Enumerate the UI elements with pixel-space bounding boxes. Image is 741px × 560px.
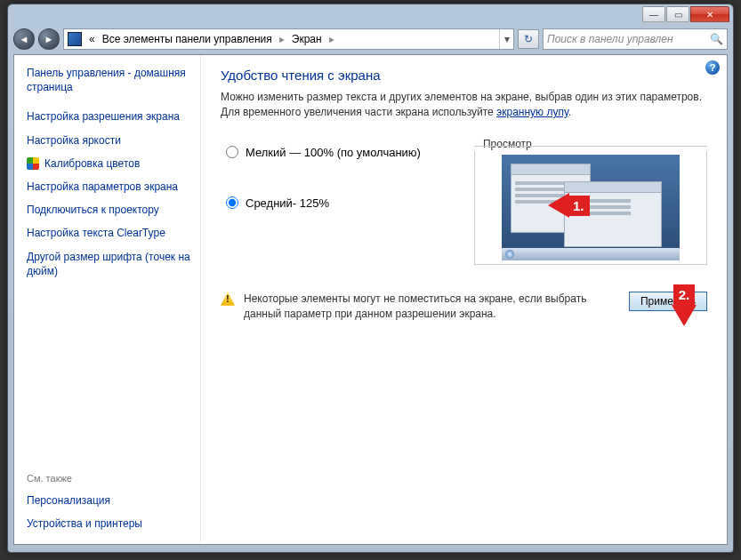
preview-frame: [474, 151, 707, 265]
control-panel-window: — ▭ ✕ ◄ ► « Все элементы панели управлен…: [7, 4, 734, 553]
breadcrumb-item[interactable]: Экран: [288, 33, 326, 45]
maximize-button[interactable]: ▭: [666, 6, 689, 22]
main-panel: Удобство чтения с экрана Можно изменить …: [201, 55, 727, 544]
sidebar-related-personalization[interactable]: Персонализация: [27, 493, 193, 508]
sidebar-link-dpi[interactable]: Другой размер шрифта (точек на дюйм): [27, 250, 193, 278]
radio-small-input[interactable]: [226, 146, 238, 158]
window-controls: — ▭ ✕: [642, 6, 729, 24]
chevron-right-icon: ▸: [326, 33, 338, 45]
breadcrumb[interactable]: « Все элементы панели управления ▸ Экран…: [63, 28, 514, 50]
radio-medium[interactable]: Средний- 125%: [226, 196, 421, 210]
preview-window-icon: [564, 181, 662, 247]
warning-icon: [221, 292, 235, 306]
close-button[interactable]: ✕: [690, 6, 729, 22]
page-description: Можно изменить размер текста и других эл…: [221, 90, 707, 121]
control-panel-home-link[interactable]: Панель управления - домашняя страница: [27, 66, 193, 94]
control-panel-icon: [68, 32, 82, 46]
chevron-right-icon: ▸: [276, 33, 288, 45]
search-placeholder: Поиск в панели управлен: [547, 33, 673, 45]
sidebar: Панель управления - домашняя страница На…: [14, 55, 201, 544]
preview-label: Просмотр: [479, 138, 536, 150]
sidebar-link-display-settings[interactable]: Настройка параметров экрана: [27, 180, 193, 194]
sidebar-link-color-calibration[interactable]: Калибровка цветов: [27, 156, 193, 171]
sidebar-link-cleartype[interactable]: Настройка текста ClearType: [27, 226, 193, 240]
apply-button[interactable]: Применить: [629, 292, 707, 311]
preview-monitor: [502, 155, 680, 260]
refresh-button[interactable]: ↻: [518, 29, 539, 49]
breadcrumb-overflow[interactable]: «: [85, 33, 99, 45]
search-icon: 🔍: [710, 33, 723, 45]
preview-box: Просмотр: [474, 146, 707, 265]
warning-row: Некоторые элементы могут не поместиться …: [221, 292, 707, 322]
breadcrumb-item[interactable]: Все элементы панели управления: [99, 33, 276, 45]
radio-small[interactable]: Мелкий — 100% (по умолчанию): [226, 146, 421, 159]
titlebar: — ▭ ✕: [8, 4, 733, 24]
minimize-button[interactable]: —: [642, 6, 665, 22]
navbar: ◄ ► « Все элементы панели управления ▸ Э…: [8, 24, 733, 54]
shield-icon: [27, 157, 39, 170]
search-input[interactable]: Поиск в панели управлен 🔍: [543, 28, 728, 50]
sidebar-link-projector[interactable]: Подключиться к проектору: [27, 203, 193, 217]
page-heading: Удобство чтения с экрана: [221, 68, 707, 83]
sidebar-link-resolution[interactable]: Настройка разрешения экрана: [27, 109, 193, 124]
forward-button[interactable]: ►: [38, 28, 60, 50]
radio-medium-label: Средний- 125%: [246, 196, 329, 210]
warning-text: Некоторые элементы могут не поместиться …: [244, 292, 620, 322]
radio-small-label: Мелкий — 100% (по умолчанию): [246, 146, 421, 159]
preview-taskbar-icon: [502, 248, 680, 260]
magnifier-link[interactable]: экранную лупу: [496, 106, 568, 118]
options-row: Мелкий — 100% (по умолчанию) Средний- 12…: [221, 146, 707, 265]
scale-options: Мелкий — 100% (по умолчанию) Средний- 12…: [221, 146, 421, 265]
sidebar-related-devices[interactable]: Устройства и принтеры: [27, 516, 193, 531]
see-also-heading: См. также: [27, 473, 193, 484]
sidebar-link-brightness[interactable]: Настройка яркости: [27, 133, 193, 148]
content-frame: ? Панель управления - домашняя страница …: [13, 54, 728, 545]
back-button[interactable]: ◄: [13, 28, 35, 50]
breadcrumb-dropdown[interactable]: ▾: [499, 29, 513, 49]
radio-medium-input[interactable]: [226, 196, 238, 209]
